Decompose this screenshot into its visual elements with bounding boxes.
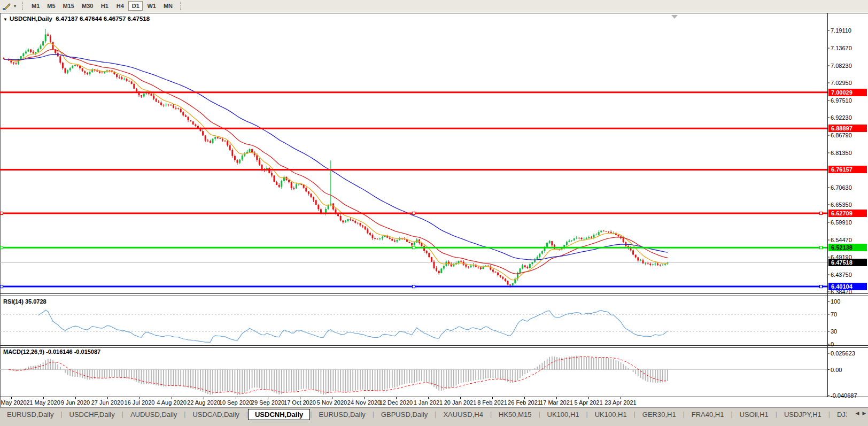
price-tick-label: 6.43750 [831, 272, 852, 278]
price-tick-label: 6.65350 [831, 202, 852, 208]
chart-tab-hk50-m15[interactable]: HK50,M15 [492, 409, 538, 420]
timeframe-button-m15[interactable]: M15 [60, 1, 78, 11]
price-tick-label: 7.13670 [831, 45, 852, 51]
macd-tick-label: 0.025623 [831, 350, 855, 357]
toolbar-grip [22, 2, 24, 10]
price-badge-6.76157: 6.76157 [828, 166, 867, 173]
level-handle[interactable] [820, 285, 823, 288]
macd-tick-label: -0.040687 [831, 392, 857, 399]
price-tick-label: 7.19110 [831, 27, 851, 34]
timeframe-button-m5[interactable]: M5 [44, 1, 58, 11]
price-badge-6.88897: 6.88897 [828, 125, 867, 132]
ma-mid-line [4, 50, 668, 274]
level-handle[interactable] [1, 212, 3, 215]
chart-tab-usdchf-daily[interactable]: USDCHF,Daily [63, 409, 122, 420]
ma-fast-line [4, 43, 668, 280]
level-handle[interactable] [413, 285, 415, 288]
level-handle[interactable] [820, 246, 823, 249]
price-badge-7.00029: 7.00029 [828, 89, 867, 96]
chart-tab-uk100-h1[interactable]: UK100,H1 [540, 409, 586, 420]
tab-scroll-right-icon[interactable]: ▶ [862, 410, 867, 416]
price-chart-canvas[interactable] [0, 0, 868, 426]
price-badge-6.62709: 6.62709 [828, 210, 867, 217]
chart-collapse-icon[interactable]: ▼ [3, 17, 7, 22]
top-toolbar: ▾ M1M5M15M30H1H4D1W1MN [0, 0, 868, 12]
timeframe-button-mn[interactable]: MN [160, 1, 176, 11]
panel-separator [0, 397, 868, 397]
timeframe-buttons: M1M5M15M30H1H4D1W1MN [28, 1, 176, 11]
draw-tool-dropdown-icon[interactable]: ▾ [12, 4, 18, 9]
panel-separator[interactable] [0, 296, 868, 296]
rsi-tick-label: 30 [831, 328, 837, 335]
date-label: 23 Apr 2021 [602, 399, 639, 406]
level-handle[interactable] [1, 246, 3, 249]
chart-tab-usdjpy-h1[interactable]: USDJPY,H1 [777, 409, 828, 420]
panel-separator[interactable] [0, 347, 868, 348]
timeframe-button-w1[interactable]: W1 [144, 1, 159, 11]
draw-tool-icon[interactable] [1, 1, 12, 11]
toolbar-grip-2 [180, 2, 182, 10]
chart-tab-fra40-h1[interactable]: FRA40,H1 [685, 409, 731, 420]
price-tick-label: 6.97510 [831, 97, 852, 104]
price-tick-label: 6.81350 [831, 150, 852, 156]
macd-histogram [9, 356, 668, 395]
macd-label: MACD(12,26,9) -0.016146 -0.015087 [3, 348, 100, 355]
chart-tab-xauusd-h4[interactable]: XAUUSD,H4 [436, 409, 490, 420]
chart-tab-bar: EURUSD,Daily|USDCHF,Daily|AUDUSD,Daily|U… [0, 407, 868, 426]
level-handle[interactable] [413, 246, 415, 249]
chart-tab-dj30-weekly[interactable]: DJ30,Weekly [830, 409, 847, 420]
rsi-label: RSI(14) 35.0728 [3, 298, 46, 305]
chart-tab-eurusd-daily[interactable]: EURUSD,Daily [0, 409, 60, 420]
timeframe-button-h4[interactable]: H4 [113, 1, 127, 11]
chart-shift-marker[interactable] [671, 15, 678, 19]
timeframe-button-m30[interactable]: M30 [79, 1, 96, 11]
panel-separator[interactable] [0, 345, 868, 346]
timeframe-button-m1[interactable]: M1 [28, 1, 43, 11]
price-tick-label: 6.70630 [831, 184, 852, 191]
chart-title: ▼USDCNH,Daily 6.47187 6.47644 6.46757 6.… [3, 16, 150, 22]
timeframe-button-d1[interactable]: D1 [128, 1, 143, 11]
chart-tab-uk100-h1[interactable]: UK100,H1 [588, 409, 634, 420]
current-price-badge: 6.47518 [828, 259, 867, 266]
price-tick-label: 6.54470 [831, 237, 852, 243]
rsi-line [38, 310, 668, 342]
price-tick-label: 6.86790 [831, 132, 852, 138]
macd-tick-label: 0.00 [831, 367, 842, 373]
price-tick-label: 7.08230 [831, 63, 852, 69]
rsi-tick-label: 100 [831, 298, 840, 305]
price-axis-line [827, 13, 828, 397]
timeframe-button-h1[interactable]: H1 [97, 1, 112, 11]
chart-ohlc-values: 6.47187 6.47644 6.46757 6.47518 [56, 16, 150, 22]
price-tick-label: 7.02950 [831, 80, 852, 86]
chart-tab-usdcnh-daily[interactable]: USDCNH,Daily [248, 409, 310, 420]
chart-tab-gbpusd-daily[interactable]: GBPUSD,Daily [374, 409, 435, 420]
tab-scroll-left-icon[interactable]: ◀ [855, 410, 860, 416]
level-handle[interactable] [413, 212, 415, 215]
price-badge-6.52138: 6.52138 [828, 244, 867, 251]
chart-tab-eurusd-daily[interactable]: EURUSD,Daily [312, 409, 372, 420]
panel-separator[interactable] [0, 293, 868, 294]
chart-tab-usoil-h1[interactable]: USOil,H1 [733, 409, 776, 420]
level-handle[interactable] [1, 285, 3, 288]
chart-tabs: EURUSD,Daily|USDCHF,Daily|AUDUSD,Daily|U… [0, 408, 847, 421]
chart-tab-usdcad-daily[interactable]: USDCAD,Daily [185, 409, 246, 420]
candles-series[interactable] [3, 29, 669, 288]
chart-tab-audusd-daily[interactable]: AUDUSD,Daily [123, 409, 184, 420]
rsi-tick-label: 70 [831, 311, 837, 317]
price-badge-6.40104: 6.40104 [828, 283, 867, 290]
chart-symbol-label: USDCNH,Daily [10, 16, 52, 22]
level-handle[interactable] [820, 212, 823, 215]
rsi-tick-label: 0 [831, 341, 834, 347]
price-tick-label: 6.59910 [831, 219, 852, 226]
chart-tab-ger30-h1[interactable]: GER30,H1 [636, 409, 683, 420]
price-tick-label: 6.92230 [831, 114, 852, 121]
ma-slow-line [4, 55, 668, 260]
